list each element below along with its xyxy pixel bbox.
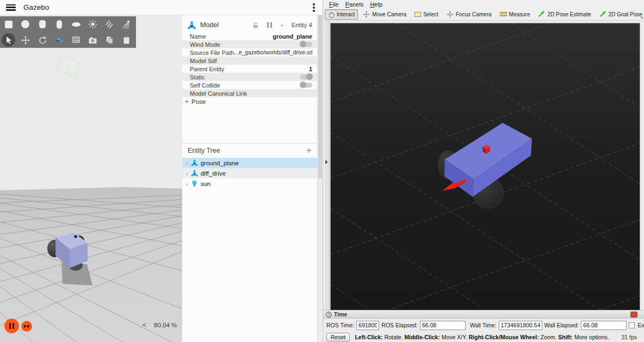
select-tool-icon[interactable]	[0, 32, 17, 48]
directional-light-icon[interactable]	[101, 16, 118, 32]
time-controls-row: Reset Left-Click: Rotate. Middle-Click: …	[323, 332, 644, 342]
property-row-static: Static	[182, 73, 317, 81]
cylinder-shape-icon[interactable]	[34, 16, 51, 32]
wall-elapsed-field[interactable]	[581, 321, 627, 330]
collapsed-displays-panel[interactable]	[324, 21, 330, 310]
property-label: Wind Mode	[190, 41, 220, 48]
ellipsoid-shape-icon[interactable]	[67, 16, 84, 32]
time-panel-header[interactable]: Time	[323, 310, 644, 319]
wall-elapsed-label: Wall Elapsed:	[544, 322, 579, 328]
step-button[interactable]	[21, 321, 32, 332]
focus-crosshair-icon	[447, 11, 454, 18]
model-header: Model + Entity 4	[182, 18, 317, 32]
clock-icon	[326, 312, 332, 318]
chevron-right-icon[interactable]: ›	[186, 181, 188, 187]
move-arrows-icon	[363, 11, 370, 18]
property-row-model-sdf: Model Sdf	[182, 57, 317, 65]
pose-label: Pose	[191, 98, 206, 105]
gazebo-scene-render	[0, 15, 182, 342]
tree-item-label: diff_drive	[201, 170, 226, 177]
menu-panels[interactable]: Panels	[342, 1, 367, 8]
gazebo-side-panel: Model + Entity 4 Name ground_plane Wind …	[182, 15, 317, 342]
time-fields-row: ROS Time: ROS Elapsed: Wall Time: Wall E…	[323, 319, 644, 332]
property-row-name: Name ground_plane	[182, 32, 317, 40]
splitter-expand-icon[interactable]	[325, 160, 328, 164]
close-icon[interactable]	[630, 312, 637, 318]
goal-pose-tool-button[interactable]: 2D Goal Pose	[596, 9, 644, 19]
property-row-self-collide: Self Collide	[182, 81, 317, 89]
gazebo-3d-viewport[interactable]: < 80.04 %	[0, 15, 182, 342]
fps-counter: 31 fps	[621, 334, 641, 340]
translate-tool-icon[interactable]	[17, 32, 34, 48]
chevron-right-icon[interactable]: ›	[186, 170, 188, 177]
app-root: Gazebo	[0, 0, 644, 342]
ros-time-field[interactable]	[356, 321, 379, 330]
property-label: Model Canonical Link	[190, 90, 247, 97]
pose-expander-row[interactable]: + Pose	[182, 97, 317, 106]
property-value: ground_plane	[206, 33, 312, 40]
panel-scrollbar[interactable]	[317, 15, 322, 342]
tree-item-label: sun	[201, 181, 211, 187]
pose-estimate-tool-button[interactable]: 2D Pose Estimate	[535, 9, 594, 19]
model-icon	[187, 21, 196, 30]
hamburger-menu-icon[interactable]	[6, 4, 16, 11]
chevron-right-icon[interactable]: ›	[186, 160, 188, 166]
menu-file[interactable]: File	[326, 1, 342, 8]
property-label: Name	[190, 33, 206, 40]
interact-tool-button[interactable]: Interact	[325, 9, 358, 20]
add-component-icon[interactable]: +	[280, 21, 284, 29]
ros-elapsed-field[interactable]	[420, 321, 466, 330]
wall-time-field[interactable]	[499, 321, 542, 330]
time-panel: Time ROS Time: ROS Elapsed: Wall Time: W…	[323, 310, 644, 342]
tree-item-ground-plane[interactable]: › ground_plane	[182, 158, 317, 168]
property-value: 1	[224, 66, 312, 72]
chevron-left-icon[interactable]: <	[143, 321, 146, 329]
property-label: Model Sdf	[190, 58, 217, 64]
kebab-menu-icon[interactable]	[313, 3, 315, 12]
tool-label: 2D Pose Estimate	[547, 11, 591, 17]
point-light-icon[interactable]	[84, 16, 101, 32]
rviz-window: File Panels Help Interact Move Camera Se	[323, 0, 644, 342]
green-arrow-icon	[599, 11, 606, 17]
focus-camera-tool-button[interactable]: Focus Camera	[443, 9, 495, 20]
reset-button[interactable]: Reset	[326, 333, 350, 341]
screenshot-camera-icon[interactable]	[84, 32, 101, 48]
property-row-parent-entity: Parent Entity 1	[182, 65, 317, 73]
experimental-checkbox[interactable]	[629, 322, 635, 328]
toolbar-overflow-caret-icon[interactable]: ▾	[641, 16, 643, 20]
self-collide-toggle[interactable]	[300, 83, 312, 88]
capsule-shape-icon[interactable]	[51, 16, 67, 32]
wind-mode-toggle[interactable]	[300, 42, 312, 47]
tree-item-sun[interactable]: › sun	[182, 178, 317, 189]
rviz-3d-viewport[interactable]	[330, 23, 640, 311]
entity-tree-header: Entity Tree +	[182, 144, 317, 158]
menu-help[interactable]: Help	[367, 1, 386, 8]
view-angle-grid-icon[interactable]	[67, 32, 84, 48]
spot-light-icon[interactable]	[118, 16, 135, 32]
tree-item-diff-drive[interactable]: › diff_drive	[182, 168, 317, 178]
unlock-icon[interactable]	[252, 22, 259, 29]
gazebo-window: Gazebo	[0, 0, 323, 342]
tool-label: Select	[423, 11, 438, 17]
time-panel-title: Time	[334, 311, 347, 318]
box-shape-icon[interactable]	[0, 16, 17, 32]
move-camera-tool-button[interactable]: Move Camera	[360, 9, 410, 20]
pause-button[interactable]	[4, 319, 19, 333]
copy-icon[interactable]	[101, 32, 118, 48]
property-label: Source File Path	[190, 49, 234, 56]
model-icon	[191, 159, 198, 166]
tree-item-label: ground_plane	[201, 160, 239, 166]
sphere-shape-icon[interactable]	[17, 16, 34, 32]
pause-updates-icon[interactable]	[267, 22, 272, 28]
measure-tool-button[interactable]: Measure	[497, 10, 534, 19]
add-entity-icon[interactable]: +	[306, 145, 312, 156]
static-toggle[interactable]	[300, 74, 312, 79]
transform-snap-icon[interactable]	[51, 32, 67, 48]
tool-label: Focus Camera	[456, 11, 492, 17]
tool-label: Interact	[337, 11, 355, 17]
paste-icon[interactable]	[118, 32, 135, 48]
property-row-model-canonical-link: Model Canonical Link	[182, 89, 317, 97]
select-tool-button[interactable]: Select	[411, 10, 442, 19]
rotate-tool-icon[interactable]	[34, 32, 51, 48]
select-box-icon	[414, 12, 421, 17]
